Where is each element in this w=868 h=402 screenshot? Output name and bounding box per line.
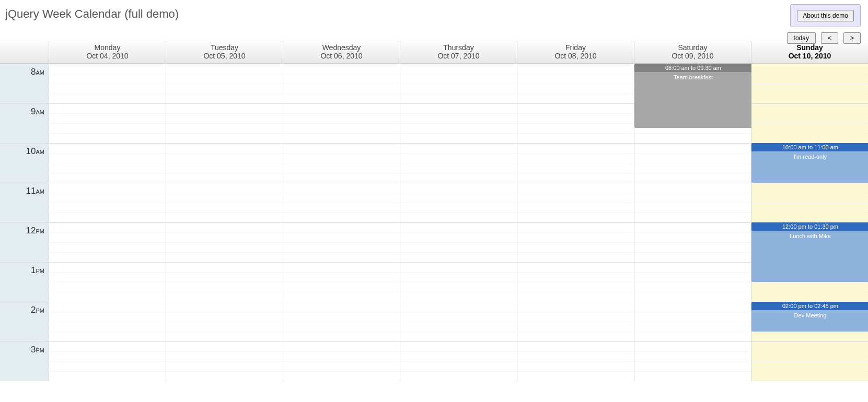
- day-header-6: SundayOct 10, 2010: [751, 41, 868, 63]
- today-button[interactable]: today: [787, 32, 816, 44]
- event-0[interactable]: 08:00 am to 09:30 amTeam breakfast: [634, 64, 752, 128]
- about-button[interactable]: About this demo: [797, 10, 854, 21]
- time-label-10am: 10AM: [0, 146, 49, 157]
- top-right-controls: About this demo today < >: [787, 4, 861, 44]
- time-gutter: 8AM9AM10AM11AM12PM1PM2PM3PM: [0, 64, 49, 381]
- day-column-4[interactable]: [517, 64, 634, 381]
- day-column-5[interactable]: 08:00 am to 09:30 amTeam breakfast: [634, 64, 751, 381]
- event-title: I'm read-only: [751, 151, 868, 162]
- calendar-body: 8AM9AM10AM11AM12PM1PM2PM3PM 08:00 am to …: [0, 64, 868, 381]
- day-header-date: Oct 04, 2010: [49, 52, 166, 60]
- day-header-5: SaturdayOct 09, 2010: [634, 41, 751, 63]
- time-label-11am: 11AM: [0, 186, 49, 196]
- day-header-dow: Monday: [49, 43, 166, 52]
- event-3[interactable]: 02:00 pm to 02:45 pmDev Meeting: [751, 302, 868, 332]
- event-title: Dev Meeting: [751, 310, 868, 321]
- day-header-dow: Friday: [517, 43, 634, 52]
- day-header-dow: Thursday: [400, 43, 517, 52]
- prev-button[interactable]: <: [821, 32, 838, 44]
- day-column-0[interactable]: [49, 64, 166, 381]
- event-time: 08:00 am to 09:30 am: [634, 64, 752, 72]
- day-column-2[interactable]: [283, 64, 400, 381]
- event-title: Team breakfast: [634, 72, 752, 82]
- day-header-dow: Sunday: [751, 43, 868, 52]
- time-label-9am: 9AM: [0, 107, 49, 117]
- time-label-8am: 8AM: [0, 67, 49, 77]
- calendar: MondayOct 04, 2010TuesdayOct 05, 2010Wed…: [0, 41, 868, 381]
- day-column-6[interactable]: 10:00 am to 11:00 amI'm read-only12:00 p…: [751, 64, 868, 381]
- about-box: About this demo: [790, 4, 861, 27]
- event-time: 02:00 pm to 02:45 pm: [751, 302, 868, 310]
- event-2[interactable]: 12:00 pm to 01:30 pmLunch with Mike: [751, 222, 868, 282]
- event-title: Lunch with Mike: [751, 231, 868, 241]
- event-time: 10:00 am to 11:00 am: [751, 143, 868, 151]
- time-gutter-header: [0, 41, 49, 63]
- nav-row: today < >: [787, 32, 861, 44]
- day-column-3[interactable]: [400, 64, 517, 381]
- day-header-date: Oct 09, 2010: [634, 52, 751, 60]
- event-1[interactable]: 10:00 am to 11:00 amI'm read-only: [751, 143, 868, 183]
- day-column-1[interactable]: [166, 64, 283, 381]
- time-label-12pm: 12PM: [0, 226, 49, 236]
- time-label-3pm: 3PM: [0, 345, 49, 355]
- day-header-dow: Saturday: [634, 43, 751, 52]
- day-header-dow: Tuesday: [166, 43, 283, 52]
- day-header-date: Oct 10, 2010: [751, 52, 868, 60]
- day-header-date: Oct 08, 2010: [517, 52, 634, 60]
- day-header-2: WednesdayOct 06, 2010: [283, 41, 400, 63]
- time-label-1pm: 1PM: [0, 265, 49, 276]
- day-header-4: FridayOct 08, 2010: [517, 41, 634, 63]
- day-header-dow: Wednesday: [283, 43, 400, 52]
- event-time: 12:00 pm to 01:30 pm: [751, 222, 868, 231]
- calendar-header-row: MondayOct 04, 2010TuesdayOct 05, 2010Wed…: [0, 41, 868, 64]
- page-title: jQuery Week Calendar (full demo): [0, 0, 868, 21]
- day-header-3: ThursdayOct 07, 2010: [400, 41, 517, 63]
- day-header-date: Oct 06, 2010: [283, 52, 400, 60]
- time-label-2pm: 2PM: [0, 305, 49, 315]
- next-button[interactable]: >: [843, 32, 861, 44]
- day-header-1: TuesdayOct 05, 2010: [166, 41, 283, 63]
- day-header-0: MondayOct 04, 2010: [49, 41, 166, 63]
- day-header-date: Oct 05, 2010: [166, 52, 283, 60]
- day-header-date: Oct 07, 2010: [400, 52, 517, 60]
